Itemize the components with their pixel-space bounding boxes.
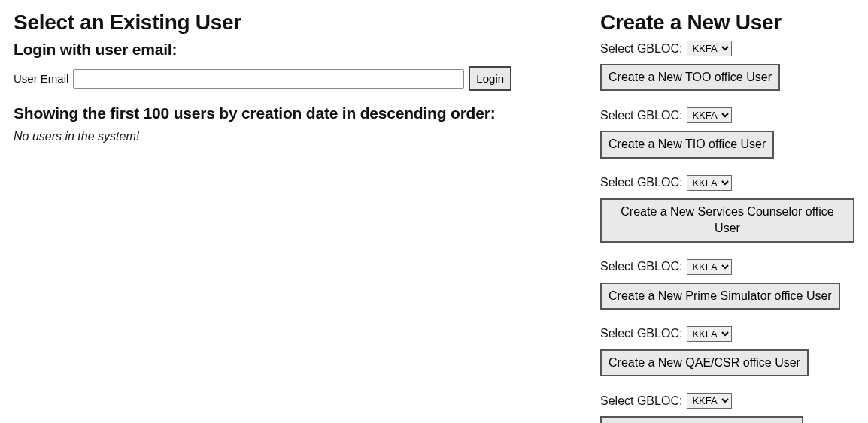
login-button[interactable]: Login [469,66,511,91]
gbloc-label: Select GBLOC: [600,394,682,408]
gbloc-select[interactable]: KKFA [687,41,732,56]
user-email-label: User Email [14,72,68,85]
create-user-button[interactable]: Create a New TIO office User [600,131,774,158]
gbloc-group: Select GBLOC:KKFACreate a New TIO office… [600,107,854,158]
gbloc-group: Select GBLOC:KKFACreate a New Prime Simu… [600,259,854,310]
gbloc-row: Select GBLOC:KKFA [600,175,854,191]
login-form-row: User Email Login [14,66,570,91]
gbloc-select[interactable]: KKFA [687,259,732,275]
gbloc-select[interactable]: KKFA [687,175,732,191]
gbloc-group: Select GBLOC:KKFACreate a New Multi role… [600,393,854,423]
gbloc-select[interactable]: KKFA [687,326,732,342]
create-user-button[interactable]: Create a New Services Counselor office U… [600,198,854,243]
gbloc-group: Select GBLOC:KKFACreate a New TOO office… [600,41,854,91]
login-heading: Login with user email: [14,41,570,59]
gbloc-row: Select GBLOC:KKFA [600,393,854,409]
user-email-input[interactable] [73,69,464,89]
gbloc-select[interactable]: KKFA [687,393,732,409]
gbloc-label: Select GBLOC: [600,327,682,340]
gbloc-label: Select GBLOC: [600,42,682,56]
gbloc-row: Select GBLOC:KKFA [600,107,854,123]
gbloc-row: Select GBLOC:KKFA [600,326,854,342]
user-list-heading: Showing the first 100 users by creation … [14,104,570,122]
select-user-heading: Select an Existing User [14,11,570,35]
create-user-button[interactable]: Create a New Prime Simulator office User [600,283,840,310]
gbloc-select[interactable]: KKFA [687,107,732,123]
create-user-button[interactable]: Create a New QAE/CSR office User [600,349,809,376]
create-user-heading: Create a New User [600,11,854,35]
gbloc-label: Select GBLOC: [600,176,682,189]
create-user-button[interactable]: Create a New Multi role office User [600,416,803,423]
gbloc-label: Select GBLOC: [600,260,682,273]
gbloc-label: Select GBLOC: [600,109,682,122]
gbloc-group: Select GBLOC:KKFACreate a New Services C… [600,175,854,243]
empty-state-text: No users in the system! [14,130,570,144]
gbloc-group: Select GBLOC:KKFACreate a New QAE/CSR of… [600,326,854,376]
gbloc-row: Select GBLOC:KKFA [600,41,854,56]
create-user-button[interactable]: Create a New TOO office User [600,64,780,91]
gbloc-row: Select GBLOC:KKFA [600,259,854,275]
